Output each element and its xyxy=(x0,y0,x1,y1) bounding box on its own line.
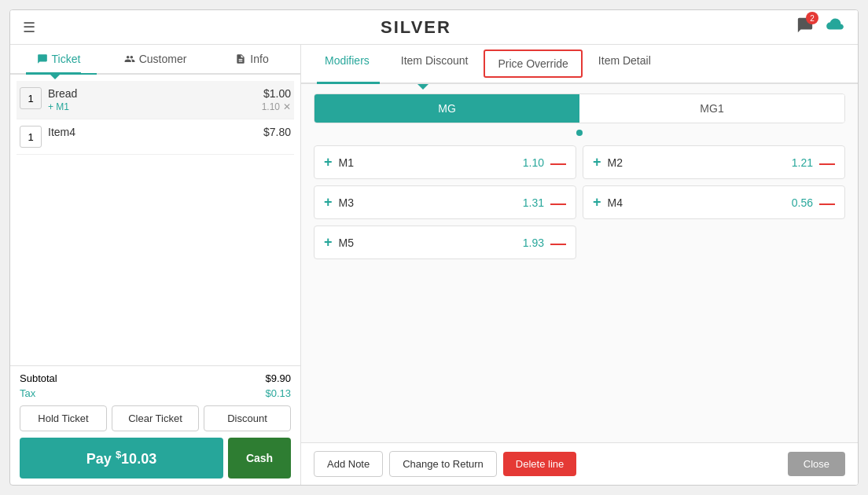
right-bottom-bar: Add Note Change to Return Delete line Cl… xyxy=(301,442,858,485)
tab-triangle xyxy=(50,74,61,79)
hamburger-icon[interactable]: ☰ xyxy=(23,19,35,36)
right-panel: Modifiers Item Discount Price Override I… xyxy=(301,45,858,485)
add-note-button[interactable]: Add Note xyxy=(314,451,383,477)
mod-name-m4: M4 xyxy=(608,196,785,209)
tab-customer[interactable]: Customer xyxy=(107,45,204,73)
subtotal-row: Subtotal $9.90 xyxy=(20,372,291,384)
mod-price-m2: 1.21 xyxy=(792,156,813,169)
item-details-2: Item4 xyxy=(48,126,263,138)
pay-button[interactable]: Pay $10.03 xyxy=(20,438,223,478)
action-buttons: Hold Ticket Clear Ticket Discount xyxy=(20,405,291,431)
mod-name-m5: M5 xyxy=(339,236,517,249)
ticket-items: 1 Bread + M1 $1.00 1.10 ✕ 1 xyxy=(10,75,300,365)
tab-price-override-label: Price Override xyxy=(498,57,568,70)
tab-modifiers[interactable]: Modifiers xyxy=(309,45,385,82)
tax-value: $0.13 xyxy=(265,387,291,399)
item-name-1: Bread xyxy=(48,87,262,100)
right-tabs: Modifiers Item Discount Price Override I… xyxy=(301,45,858,84)
mod-plus-m2[interactable]: + xyxy=(593,154,601,170)
item-mod-price-1: 1.10 ✕ xyxy=(262,101,291,112)
modifier-card-m2: + M2 1.21 — xyxy=(583,145,845,179)
left-tabs: Ticket Customer Info xyxy=(10,45,300,75)
change-to-return-button[interactable]: Change to Return xyxy=(389,451,497,477)
delete-line-button[interactable]: Delete line xyxy=(503,452,576,476)
tab-price-override[interactable]: Price Override xyxy=(484,50,582,78)
item-name-2: Item4 xyxy=(48,126,263,138)
header: ☰ SILVER 2 xyxy=(10,10,858,45)
dot xyxy=(576,130,583,136)
tab-ticket[interactable]: Ticket xyxy=(10,45,107,73)
tab-info-label: Info xyxy=(250,53,268,65)
item-price-1: $1.00 xyxy=(262,87,291,100)
item-qty-1: 1 xyxy=(20,87,42,109)
mod-name-m2: M2 xyxy=(608,156,785,169)
modifier-card-m5: + M5 1.93 — xyxy=(314,226,576,259)
notification-badge: 2 xyxy=(806,12,818,24)
tab-ticket-label: Ticket xyxy=(52,53,81,65)
mod-minus-m5[interactable]: — xyxy=(550,235,566,251)
mod-plus-m4[interactable]: + xyxy=(593,194,601,211)
mod-price-m1: 1.10 xyxy=(523,156,544,169)
dot-indicator xyxy=(301,130,858,136)
item-price-col-1: $1.00 1.10 ✕ xyxy=(262,87,291,112)
remove-icon-1[interactable]: ✕ xyxy=(283,101,291,112)
mod-plus-m1[interactable]: + xyxy=(324,154,333,170)
subtotal-label: Subtotal xyxy=(20,372,57,384)
item-price-2: $7.80 xyxy=(263,126,291,138)
modifiers-grid: + M1 1.10 — + M2 1.21 — + xyxy=(314,139,845,266)
item-price-col-2: $7.80 xyxy=(263,126,291,138)
clear-ticket-button[interactable]: Clear Ticket xyxy=(112,405,199,431)
subtotal-value: $9.90 xyxy=(265,372,291,384)
hold-ticket-button[interactable]: Hold Ticket xyxy=(20,405,107,431)
item-details-1: Bread + M1 xyxy=(48,87,262,112)
tab-customer-label: Customer xyxy=(139,53,187,65)
modifier-card-m3: + M3 1.31 — xyxy=(314,185,576,219)
content: Ticket Customer Info 1 xyxy=(10,45,858,485)
mod-minus-m1[interactable]: — xyxy=(550,155,566,170)
tax-label: Tax xyxy=(20,387,35,399)
header-right: 2 xyxy=(796,16,845,38)
tab-item-detail[interactable]: Item Detail xyxy=(583,45,667,82)
tab-item-discount-label: Item Discount xyxy=(401,54,469,67)
mod-minus-m2[interactable]: — xyxy=(819,155,835,170)
tab-modifiers-label: Modifiers xyxy=(325,54,370,67)
left-panel: Ticket Customer Info 1 xyxy=(10,45,301,485)
mod-plus-m5[interactable]: + xyxy=(324,234,333,251)
mod-name-m1: M1 xyxy=(339,156,517,169)
mg-tab-mg[interactable]: MG xyxy=(314,94,579,123)
discount-button[interactable]: Discount xyxy=(204,405,291,431)
cloud-icon xyxy=(823,17,845,37)
main-container: ☰ SILVER 2 xyxy=(9,9,859,486)
ticket-item-2[interactable]: 1 Item4 $7.80 xyxy=(17,119,294,155)
item-modifier-1: + M1 xyxy=(48,101,262,112)
tab-item-discount[interactable]: Item Discount xyxy=(385,45,484,82)
modifiers-area: + M1 1.10 — + M2 1.21 — + xyxy=(301,139,858,442)
tab-info[interactable]: Info xyxy=(204,45,300,73)
tab-triangle-right xyxy=(417,84,428,90)
mg-tabs: MG MG1 xyxy=(314,94,845,123)
mod-price-m4: 0.56 xyxy=(792,196,813,209)
mod-price-m5: 1.93 xyxy=(523,236,544,249)
mod-plus-m3[interactable]: + xyxy=(324,194,333,211)
notification-icon[interactable]: 2 xyxy=(796,16,814,38)
ticket-item-1[interactable]: 1 Bread + M1 $1.00 1.10 ✕ xyxy=(17,81,294,119)
mg-tab-mg1[interactable]: MG1 xyxy=(579,94,844,123)
mod-name-m3: M3 xyxy=(339,196,517,209)
mod-price-m3: 1.31 xyxy=(523,196,544,209)
modifier-card-m1: + M1 1.10 — xyxy=(314,145,576,179)
pay-row: Pay $10.03 Cash xyxy=(20,438,291,478)
close-button[interactable]: Close xyxy=(788,452,845,476)
modifier-card-m4: + M4 0.56 — xyxy=(583,185,845,219)
mod-minus-m3[interactable]: — xyxy=(550,195,566,211)
tab-item-detail-label: Item Detail xyxy=(598,54,651,67)
mod-minus-m4[interactable]: — xyxy=(819,195,835,211)
item-qty-2: 1 xyxy=(20,126,42,148)
left-bottom: Subtotal $9.90 Tax $0.13 Hold Ticket Cle… xyxy=(10,365,300,485)
right-tab-underline xyxy=(317,82,380,84)
tax-row: Tax $0.13 xyxy=(20,387,291,399)
header-left: ☰ xyxy=(23,19,35,36)
app-title: SILVER xyxy=(381,17,451,38)
cash-button[interactable]: Cash xyxy=(228,438,291,478)
